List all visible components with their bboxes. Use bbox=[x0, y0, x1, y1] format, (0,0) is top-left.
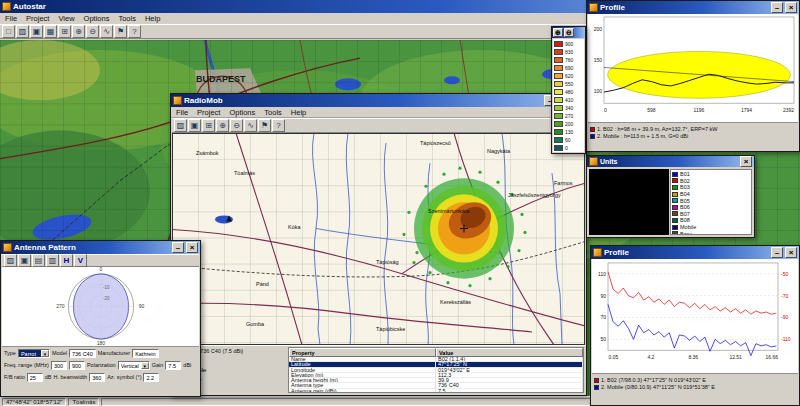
freq-max-field[interactable]: 900 bbox=[69, 361, 85, 370]
chevron-down-icon[interactable]: ▼ bbox=[141, 362, 149, 369]
unit-label: Mobile bbox=[680, 224, 696, 230]
legend-swatch bbox=[554, 121, 563, 127]
profile-titlebar[interactable]: Profile – × bbox=[591, 246, 799, 259]
polarization-combo[interactable]: Vertical ▼ bbox=[118, 361, 150, 370]
zoom-out-icon[interactable]: ⊖ bbox=[86, 25, 99, 38]
copy-icon[interactable]: ▥ bbox=[46, 254, 59, 267]
manufacturer-field[interactable]: Kathrein bbox=[132, 349, 159, 358]
menu-view[interactable]: View bbox=[58, 14, 74, 23]
status-line-chip bbox=[590, 127, 595, 132]
close-button[interactable]: × bbox=[186, 242, 198, 253]
legend-swatch bbox=[554, 49, 563, 55]
unit-label: B03 bbox=[680, 184, 690, 190]
menu-tools[interactable]: Tools bbox=[264, 108, 282, 117]
list-item[interactable]: B06 bbox=[672, 204, 750, 211]
list-item[interactable]: B08 bbox=[672, 217, 750, 224]
map-icon[interactable]: ▦ bbox=[44, 25, 57, 38]
legend-swatch bbox=[554, 81, 563, 87]
close-button[interactable]: × bbox=[785, 247, 797, 258]
beamwidth-field[interactable]: 360 bbox=[89, 373, 105, 382]
type-combo[interactable]: Parrot ▼ bbox=[18, 349, 50, 358]
close-button[interactable]: × bbox=[740, 156, 752, 167]
zoom-in-icon[interactable]: ⊕ bbox=[216, 119, 229, 132]
vertical-pattern-button[interactable]: V bbox=[74, 254, 87, 267]
help-icon[interactable]: ? bbox=[272, 119, 285, 132]
grid-icon[interactable]: ⊞ bbox=[202, 119, 215, 132]
network-icon[interactable]: ∿ bbox=[100, 25, 113, 38]
print-icon[interactable]: ▤ bbox=[32, 254, 45, 267]
units-list[interactable]: B01B02B03B04B05B06B07B08MobileBase bbox=[670, 169, 752, 235]
menu-project[interactable]: Project bbox=[197, 108, 220, 117]
list-item[interactable]: Base bbox=[672, 230, 750, 235]
property-grid[interactable]: PropertyValueNameB02 (1,1,4)Latitude47°1… bbox=[288, 347, 584, 393]
open-icon[interactable]: ▨ bbox=[16, 25, 29, 38]
legend-value: 690 bbox=[565, 65, 573, 71]
list-item[interactable]: B05 bbox=[672, 197, 750, 204]
axis-tick-label: 180 bbox=[97, 341, 106, 346]
list-item[interactable]: B07 bbox=[672, 211, 750, 218]
model-field[interactable]: 736 C40 bbox=[69, 349, 96, 358]
save-icon[interactable]: ▣ bbox=[30, 25, 43, 38]
axis-tick-label: 0 bbox=[604, 108, 607, 113]
horizontal-pattern-button[interactable]: H bbox=[60, 254, 73, 267]
legend-item: 270 bbox=[554, 112, 583, 120]
help-icon[interactable]: ? bbox=[128, 25, 141, 38]
table-row[interactable]: Antenna gain (dBi)7.5 bbox=[289, 389, 583, 393]
grid-header-cell[interactable]: Property bbox=[289, 348, 436, 357]
legend-item: 620 bbox=[554, 72, 583, 80]
coverage-map[interactable]: TápiószecsőNagykátaFarmosTóalmásZsámbokS… bbox=[172, 133, 585, 345]
menu-file[interactable]: File bbox=[176, 108, 188, 117]
open-icon[interactable]: ▨ bbox=[174, 119, 187, 132]
profile-titlebar[interactable]: Profile – × bbox=[587, 1, 799, 14]
menu-options[interactable]: Options bbox=[229, 108, 255, 117]
antenna-titlebar[interactable]: Antenna Pattern – × bbox=[1, 241, 200, 254]
list-item[interactable]: Mobile bbox=[672, 224, 750, 231]
status-line: 1. B02 (7/98.0.3) 47°17'25" N 019°43'02"… bbox=[594, 377, 797, 383]
save-icon[interactable]: ▣ bbox=[188, 119, 201, 132]
minimize-button[interactable]: – bbox=[172, 242, 184, 253]
zoom-in-icon[interactable]: ⊕ bbox=[72, 25, 85, 38]
list-item[interactable]: B04 bbox=[672, 191, 750, 198]
legend-swatch bbox=[554, 105, 563, 111]
list-item[interactable]: B01 bbox=[672, 171, 750, 178]
units-icon[interactable]: ⚑ bbox=[114, 25, 127, 38]
zoom-in-icon[interactable]: ⊕ bbox=[553, 28, 563, 37]
axis-tick-label: 0 bbox=[100, 267, 103, 272]
units-view-panel bbox=[589, 169, 669, 235]
network-icon[interactable]: ∿ bbox=[244, 119, 257, 132]
close-button[interactable]: × bbox=[785, 2, 797, 13]
units-icon[interactable]: ⚑ bbox=[258, 119, 271, 132]
profile-window-title: Profile bbox=[604, 248, 629, 257]
open-icon[interactable]: ▨ bbox=[4, 254, 17, 267]
axis-tick-label: 1794 bbox=[741, 108, 752, 113]
zoom-out-icon[interactable]: ⊖ bbox=[230, 119, 243, 132]
grid-header-cell[interactable]: Value bbox=[436, 348, 583, 357]
menu-help[interactable]: Help bbox=[145, 14, 160, 23]
minimize-button[interactable]: – bbox=[771, 2, 783, 13]
chevron-down-icon[interactable]: ▼ bbox=[41, 350, 49, 357]
menu-tools[interactable]: Tools bbox=[118, 14, 136, 23]
menu-help[interactable]: Help bbox=[291, 108, 306, 117]
grid-icon[interactable]: ⊞ bbox=[58, 25, 71, 38]
list-item[interactable]: B03 bbox=[672, 184, 750, 191]
legend-titlebar[interactable]: ⊕ ⊖ bbox=[552, 27, 585, 38]
save-icon[interactable]: ▣ bbox=[18, 254, 31, 267]
window-icon bbox=[589, 157, 598, 166]
minimize-button[interactable]: – bbox=[771, 247, 783, 258]
az-symbol-field[interactable]: 2.2 bbox=[143, 373, 159, 382]
zoom-out-icon[interactable]: ⊖ bbox=[564, 28, 574, 37]
new-icon[interactable]: □ bbox=[2, 25, 15, 38]
coverage-menubar: FileProjectOptionsToolsHelp bbox=[171, 107, 586, 118]
units-titlebar[interactable]: Units × bbox=[587, 156, 754, 167]
polar-pattern-chart: 090180270-10-20 bbox=[2, 267, 199, 347]
coverage-titlebar[interactable]: RadioMob – □ × bbox=[171, 94, 586, 107]
axis-tick-label: -70 bbox=[781, 294, 788, 299]
menu-project[interactable]: Project bbox=[26, 14, 49, 23]
legend-swatch bbox=[554, 57, 563, 63]
freq-min-field[interactable]: 300 bbox=[51, 361, 67, 370]
gain-field[interactable]: 7.5 bbox=[165, 361, 181, 370]
fb-ratio-field[interactable]: 25 bbox=[27, 373, 43, 382]
menu-file[interactable]: File bbox=[5, 14, 17, 23]
menu-options[interactable]: Options bbox=[84, 14, 110, 23]
list-item[interactable]: B02 bbox=[672, 178, 750, 185]
